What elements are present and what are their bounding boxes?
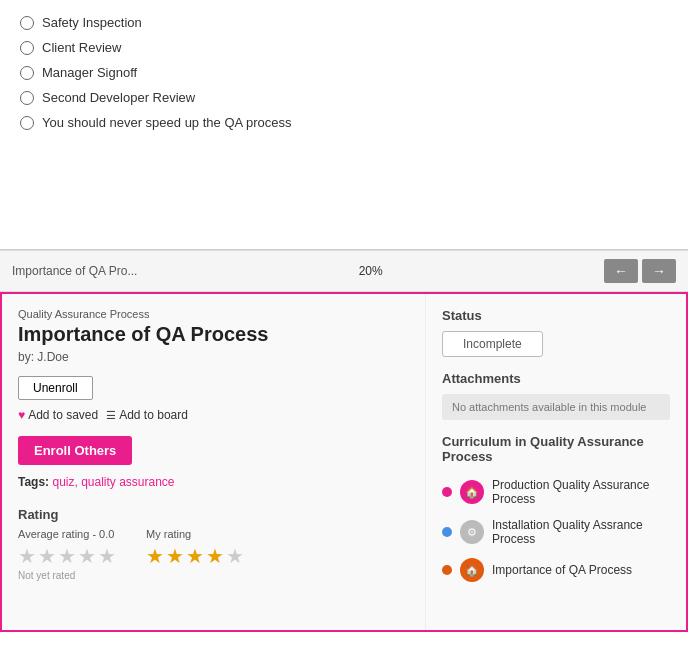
quiz-options-list: Safety Inspection Client Review Manager … bbox=[20, 10, 668, 135]
curriculum-item-1[interactable]: 🏠 Production Quality Assurance Process bbox=[442, 472, 670, 512]
my-star-4[interactable]: ★ bbox=[206, 544, 224, 568]
average-stars[interactable]: ★ ★ ★ ★ ★ bbox=[18, 544, 116, 568]
my-rating-label: My rating bbox=[146, 528, 244, 540]
average-rating-label: Average rating - 0.0 bbox=[18, 528, 116, 540]
quiz-section: Safety Inspection Client Review Manager … bbox=[0, 0, 688, 250]
quiz-option-3[interactable]: Manager Signoff bbox=[20, 60, 668, 85]
left-panel: Quality Assurance Process Importance of … bbox=[2, 294, 426, 630]
progress-title: Importance of QA Pro... bbox=[12, 264, 137, 278]
curriculum-dot-2 bbox=[442, 527, 452, 537]
quiz-option-label: Second Developer Review bbox=[42, 90, 195, 105]
radio-circle bbox=[20, 116, 34, 130]
curriculum-icon-3: 🏠 bbox=[460, 558, 484, 582]
my-star-1[interactable]: ★ bbox=[146, 544, 164, 568]
curriculum-label-3: Importance of QA Process bbox=[492, 563, 632, 577]
my-star-3[interactable]: ★ bbox=[186, 544, 204, 568]
course-category: Quality Assurance Process bbox=[18, 308, 409, 320]
heart-icon: ♥ bbox=[18, 408, 25, 422]
next-button[interactable]: → bbox=[642, 259, 676, 283]
curriculum-label-2: Installation Quality Assrance Process bbox=[492, 518, 670, 546]
quiz-option-label: Client Review bbox=[42, 40, 121, 55]
attachments-title: Attachments bbox=[442, 371, 670, 386]
average-rating-col: Average rating - 0.0 ★ ★ ★ ★ ★ Not yet r… bbox=[18, 528, 116, 581]
status-badge: Incomplete bbox=[442, 331, 543, 357]
rating-title: Rating bbox=[18, 507, 409, 522]
course-title: Importance of QA Process bbox=[18, 323, 409, 346]
curriculum-item-3[interactable]: 🏠 Importance of QA Process bbox=[442, 552, 670, 588]
curriculum-title: Curriculum in Quality Assurance Process bbox=[442, 434, 670, 464]
rating-section: Rating Average rating - 0.0 ★ ★ ★ ★ ★ No… bbox=[18, 507, 409, 581]
prev-button[interactable]: ← bbox=[604, 259, 638, 283]
curriculum-icon-1: 🏠 bbox=[460, 480, 484, 504]
right-panel: Status Incomplete Attachments No attachm… bbox=[426, 294, 686, 630]
curriculum-dot-3 bbox=[442, 565, 452, 575]
quiz-option-5[interactable]: You should never speed up the QA process bbox=[20, 110, 668, 135]
tags-values: quiz, quality assurance bbox=[52, 475, 174, 489]
avg-star-3[interactable]: ★ bbox=[58, 544, 76, 568]
rating-row: Average rating - 0.0 ★ ★ ★ ★ ★ Not yet r… bbox=[18, 528, 409, 581]
nav-buttons: ← → bbox=[604, 259, 676, 283]
progress-bar: Importance of QA Pro... 20% ← → bbox=[0, 250, 688, 292]
add-saved-link[interactable]: ♥ Add to saved bbox=[18, 408, 98, 422]
curriculum-icon-2: ⚙ bbox=[460, 520, 484, 544]
quiz-option-label: Safety Inspection bbox=[42, 15, 142, 30]
radio-circle bbox=[20, 16, 34, 30]
curriculum-dot-1 bbox=[442, 487, 452, 497]
my-stars[interactable]: ★ ★ ★ ★ ★ bbox=[146, 544, 244, 568]
not-yet-rated-label: Not yet rated bbox=[18, 570, 116, 581]
add-board-label: Add to board bbox=[119, 408, 188, 422]
add-board-link[interactable]: ☰ Add to board bbox=[106, 408, 188, 422]
avg-star-1[interactable]: ★ bbox=[18, 544, 36, 568]
curriculum-label-1: Production Quality Assurance Process bbox=[492, 478, 670, 506]
quiz-option-4[interactable]: Second Developer Review bbox=[20, 85, 668, 110]
quiz-option-1[interactable]: Safety Inspection bbox=[20, 10, 668, 35]
my-rating-col: My rating ★ ★ ★ ★ ★ bbox=[146, 528, 244, 568]
radio-circle bbox=[20, 66, 34, 80]
avg-star-2[interactable]: ★ bbox=[38, 544, 56, 568]
radio-circle bbox=[20, 41, 34, 55]
status-title: Status bbox=[442, 308, 670, 323]
quiz-option-label: Manager Signoff bbox=[42, 65, 137, 80]
tags-label: Tags: bbox=[18, 475, 49, 489]
action-links: ♥ Add to saved ☰ Add to board bbox=[18, 408, 409, 422]
quiz-option-2[interactable]: Client Review bbox=[20, 35, 668, 60]
main-content: Quality Assurance Process Importance of … bbox=[0, 292, 688, 632]
board-icon: ☰ bbox=[106, 409, 116, 422]
attachments-empty: No attachments available in this module bbox=[442, 394, 670, 420]
course-author: by: J.Doe bbox=[18, 350, 409, 364]
avg-star-4[interactable]: ★ bbox=[78, 544, 96, 568]
avg-star-5[interactable]: ★ bbox=[98, 544, 116, 568]
enroll-others-button[interactable]: Enroll Others bbox=[18, 436, 132, 465]
curriculum-list: 🏠 Production Quality Assurance Process ⚙… bbox=[442, 472, 670, 588]
my-star-5[interactable]: ★ bbox=[226, 544, 244, 568]
quiz-option-label: You should never speed up the QA process bbox=[42, 115, 292, 130]
add-saved-label: Add to saved bbox=[28, 408, 98, 422]
my-star-2[interactable]: ★ bbox=[166, 544, 184, 568]
radio-circle bbox=[20, 91, 34, 105]
unenroll-button[interactable]: Unenroll bbox=[18, 376, 93, 400]
tags-row: Tags: quiz, quality assurance bbox=[18, 475, 409, 489]
curriculum-item-2[interactable]: ⚙ Installation Quality Assrance Process bbox=[442, 512, 670, 552]
progress-percent: 20% bbox=[359, 264, 383, 278]
